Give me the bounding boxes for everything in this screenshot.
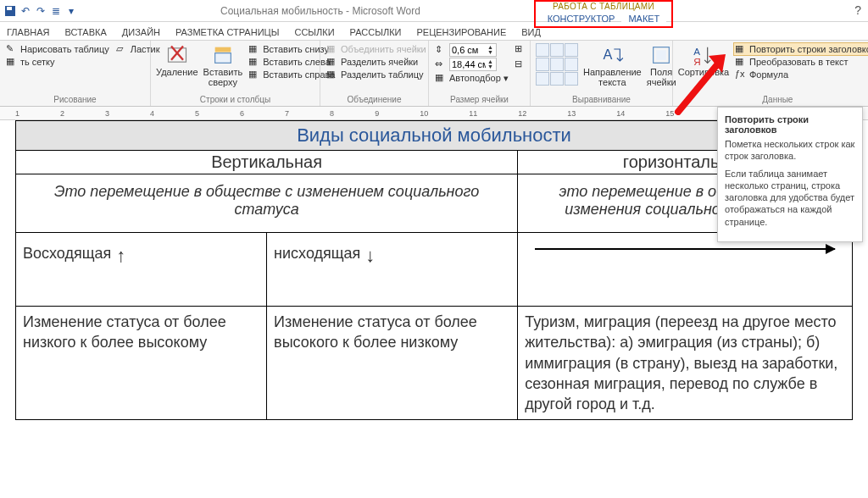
pencil-icon: ✎ — [6, 43, 18, 55]
sort-button[interactable]: AЯ Сортировка — [678, 43, 729, 78]
formula-button[interactable]: ƒxФормула — [734, 69, 868, 80]
convert-to-text-button[interactable]: ▦Преобразовать в текст — [734, 56, 868, 68]
undo-icon[interactable]: ↶ — [19, 4, 32, 18]
tab-design[interactable]: КОНСТРУКТОР — [541, 11, 622, 26]
delete-icon — [165, 43, 189, 67]
tab-mailings[interactable]: РАССЫЛКИ — [350, 27, 402, 40]
split-cells-icon: ▦ — [326, 56, 338, 68]
svg-text:Я: Я — [693, 56, 700, 67]
height-input[interactable] — [450, 45, 487, 55]
group-label: Выравнивание — [536, 94, 667, 106]
group-alignment: A Направление текста Поля ячейки Выравни… — [531, 41, 673, 106]
text-direction-icon: A — [600, 43, 624, 67]
insert-above-button[interactable]: Вставить сверху — [203, 43, 243, 87]
cell-margins-button[interactable]: Поля ячейки — [647, 43, 676, 87]
tooltip-line: Пометка нескольких строк как строк загол… — [725, 138, 855, 163]
autofit-button[interactable]: ▦Автоподбор ▾ — [434, 72, 509, 84]
svg-rect-5 — [215, 53, 231, 64]
svg-text:A: A — [604, 47, 613, 62]
split-table-button[interactable]: ▦Разделить таблицу — [326, 69, 427, 80]
alignment-grid[interactable] — [536, 43, 578, 86]
insert-below-icon: ▦ — [248, 43, 260, 55]
group-cell-size: ⇕ ▲▼ ⇔ ▲▼ ▦Автоподбор ▾ ⊞ ⊟ Размер ячейк… — [429, 41, 531, 106]
merge-icon: ▦ — [326, 43, 338, 55]
repeat-header-icon: ▦ — [735, 43, 747, 55]
formula-icon: ƒx — [735, 69, 747, 80]
distribute-rows-icon[interactable]: ⊞ — [515, 43, 528, 57]
svg-rect-1 — [7, 7, 12, 10]
tab-review[interactable]: РЕЦЕНЗИРОВАНИЕ — [416, 27, 506, 40]
delete-button[interactable]: Удаление — [156, 43, 198, 78]
row-height-control[interactable]: ⇕ ▲▼ — [434, 43, 509, 57]
group-data: AЯ Сортировка ▦Повторить строки заголовк… — [673, 41, 868, 106]
svg-rect-2 — [168, 48, 186, 62]
sort-icon: AЯ — [692, 43, 715, 67]
group-label: Рисование — [5, 94, 145, 106]
text-direction-button[interactable]: A Направление текста — [583, 43, 642, 87]
contextual-tab-group: РАБОТА С ТАБЛИЦАМИ КОНСТРУКТОР МАКЕТ — [534, 0, 673, 28]
tab-view[interactable]: ВИД — [521, 27, 541, 40]
split-cells-button[interactable]: ▦Разделить ячейки — [326, 56, 427, 68]
table-cell[interactable]: Это перемещение в обществе с изменением … — [16, 174, 518, 233]
table-cell[interactable]: Вертикальная — [16, 151, 518, 174]
quick-access-toolbar: ↶ ↷ ≣ ▾ — [3, 4, 78, 18]
tab-design-main[interactable]: ДИЗАЙН — [122, 27, 160, 40]
svg-rect-9 — [656, 50, 666, 60]
tab-home[interactable]: ГЛАВНАЯ — [7, 27, 49, 40]
group-label: Данные — [678, 94, 868, 106]
insert-right-icon: ▦ — [248, 69, 260, 80]
tab-references[interactable]: ССЫЛКИ — [294, 27, 334, 40]
group-label: Строки и столбцы — [156, 94, 314, 106]
group-merge: ▦Объединить ячейки ▦Разделить ячейки ▦Ра… — [320, 41, 429, 106]
tooltip-line: Если таблица занимает несколько страниц,… — [725, 168, 855, 228]
qat-more-icon[interactable]: ▾ — [64, 4, 78, 18]
help-icon[interactable]: ? — [854, 3, 861, 17]
repeat-header-rows-button[interactable]: ▦Повторить строки заголовков — [734, 43, 868, 55]
height-icon: ⇕ — [435, 44, 447, 56]
grid-icon: ▦ — [6, 56, 18, 68]
distribute-cols-icon[interactable]: ⊟ — [515, 58, 528, 72]
group-label: Объединение — [326, 94, 423, 106]
ribbon: ✎Нарисовать таблицу ▦ть сетку ▱Ластик Ри… — [0, 41, 868, 107]
cell-margins-icon — [649, 43, 673, 67]
tooltip-title: Повторить строки заголовков — [725, 114, 855, 135]
table-cell[interactable]: Изменение статуса от более высокого к бо… — [267, 307, 518, 420]
document-title: Социальная мобильность - Microsoft Word — [220, 5, 420, 17]
width-icon: ⇔ — [435, 58, 447, 70]
col-width-control[interactable]: ⇔ ▲▼ — [434, 58, 509, 71]
table-cell[interactable] — [518, 233, 853, 307]
group-rows-cols: Удаление Вставить сверху ▦Вставить снизу… — [151, 41, 320, 106]
width-input[interactable] — [450, 59, 487, 69]
save-icon[interactable] — [3, 4, 17, 18]
tab-page-layout[interactable]: РАЗМЕТКА СТРАНИЦЫ — [175, 27, 279, 40]
bullets-icon[interactable]: ≣ — [49, 4, 63, 18]
tab-layout[interactable]: МАКЕТ — [621, 11, 666, 26]
table-cell[interactable]: Туризм, миграция (переезд на другое мест… — [518, 307, 853, 420]
arrow-up-icon — [111, 241, 125, 263]
eraser-icon: ▱ — [116, 43, 128, 55]
merge-cells-button: ▦Объединить ячейки — [326, 43, 427, 55]
ribbon-tabs: ГЛАВНАЯ ВСТАВКА ДИЗАЙН РАЗМЕТКА СТРАНИЦЫ… — [0, 22, 868, 41]
tab-insert[interactable]: ВСТАВКА — [64, 27, 106, 40]
split-table-icon: ▦ — [326, 69, 338, 80]
convert-icon: ▦ — [735, 56, 747, 68]
arrow-right-icon — [535, 248, 835, 250]
svg-rect-6 — [215, 47, 231, 53]
group-draw: ✎Нарисовать таблицу ▦ть сетку ▱Ластик Ри… — [0, 41, 151, 106]
insert-left-icon: ▦ — [248, 56, 260, 68]
tooltip-repeat-headers: Повторить строки заголовков Пометка неск… — [717, 107, 863, 242]
arrow-down-icon — [360, 241, 375, 263]
group-label: Размер ячейки — [434, 94, 525, 106]
context-group-label: РАБОТА С ТАБЛИЦАМИ — [553, 2, 654, 11]
table-cell[interactable]: Восходящая — [16, 233, 267, 307]
autofit-icon: ▦ — [435, 72, 447, 84]
view-gridlines-button[interactable]: ▦ть сетку — [5, 56, 110, 68]
table-cell[interactable]: Изменение статуса от более низкого к бол… — [16, 307, 267, 420]
redo-icon[interactable]: ↷ — [34, 4, 47, 18]
title-bar: ↶ ↷ ≣ ▾ Социальная мобильность - Microso… — [0, 0, 868, 22]
table-cell[interactable]: нисходящая — [267, 233, 518, 307]
draw-table-button[interactable]: ✎Нарисовать таблицу — [5, 43, 110, 55]
insert-above-icon — [211, 43, 235, 67]
